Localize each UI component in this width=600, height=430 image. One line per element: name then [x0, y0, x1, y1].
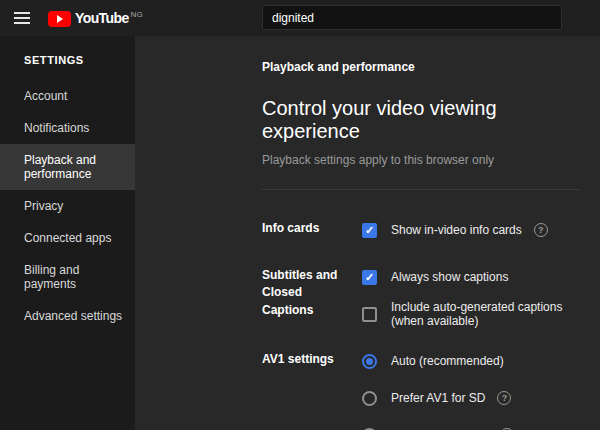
settings-section-av1-settings: AV1 settingsAuto (recommended)Prefer AV1…	[262, 351, 580, 430]
checkbox-row-always-show-captions[interactable]: ✓Always show captions	[362, 267, 580, 287]
control-label: Auto (recommended)	[391, 354, 504, 368]
category-title: Playback and performance	[262, 60, 580, 74]
checkbox-unchecked-icon[interactable]	[362, 307, 377, 322]
sidebar-item-playback-and-performance[interactable]: Playback and performance	[0, 144, 135, 190]
sidebar-title: SETTINGS	[0, 44, 135, 80]
control-label: Include auto-generated captions (when av…	[391, 300, 580, 328]
youtube-country-code: NG	[131, 10, 143, 20]
checkbox-checked-icon[interactable]: ✓	[362, 223, 377, 238]
sidebar: SETTINGS AccountNotificationsPlayback an…	[0, 36, 135, 430]
settings-sections: Info cards✓Show in-video info cards?Subt…	[262, 220, 580, 430]
checkbox-checked-icon[interactable]: ✓	[362, 270, 377, 285]
sidebar-item-privacy[interactable]: Privacy	[0, 190, 135, 222]
settings-section-subtitles-and-closed-captions: Subtitles and Closed Captions✓Always sho…	[262, 267, 580, 341]
help-icon[interactable]: ?	[497, 391, 511, 405]
topbar: YouTube NG	[0, 0, 600, 36]
sidebar-nav: AccountNotificationsPlayback and perform…	[0, 80, 135, 332]
menu-bar	[14, 22, 30, 24]
radio-row-always-prefer-av1[interactable]: Always prefer AV1?	[362, 425, 514, 430]
control-label: Always show captions	[391, 270, 508, 284]
menu-bar	[14, 17, 30, 19]
sidebar-item-connected-apps[interactable]: Connected apps	[0, 222, 135, 254]
page-layout: SETTINGS AccountNotificationsPlayback an…	[0, 36, 600, 430]
control-label: Show in-video info cards	[391, 223, 522, 237]
section-controls: ✓Show in-video info cards?	[362, 220, 548, 257]
youtube-play-icon	[48, 11, 71, 27]
menu-icon[interactable]	[14, 12, 30, 24]
radio-row-prefer-av1-for-sd[interactable]: Prefer AV1 for SD?	[362, 388, 514, 408]
radio-row-auto-recommended[interactable]: Auto (recommended)	[362, 351, 514, 371]
settings-section-info-cards: Info cards✓Show in-video info cards?	[262, 220, 580, 257]
youtube-logo[interactable]: YouTube NG	[48, 10, 143, 27]
search-input[interactable]	[262, 5, 562, 30]
sidebar-item-advanced-settings[interactable]: Advanced settings	[0, 300, 135, 332]
sidebar-item-billing-and-payments[interactable]: Billing and payments	[0, 254, 135, 300]
sidebar-item-notifications[interactable]: Notifications	[0, 112, 135, 144]
section-label: Subtitles and Closed Captions	[262, 267, 362, 341]
radio-checked-icon[interactable]	[362, 354, 377, 369]
settings-content: Playback and performance Control your vi…	[135, 36, 600, 430]
section-controls: Auto (recommended)Prefer AV1 for SD?Alwa…	[362, 351, 514, 430]
page-subtitle: Playback settings apply to this browser …	[262, 153, 580, 167]
control-label: Prefer AV1 for SD	[391, 391, 485, 405]
sidebar-item-account[interactable]: Account	[0, 80, 135, 112]
help-icon[interactable]: ?	[534, 223, 548, 237]
radio-dot	[366, 358, 373, 365]
search-box	[262, 5, 562, 30]
section-label: Info cards	[262, 220, 362, 257]
menu-bar	[14, 12, 30, 14]
page-title: Control your video viewing experience	[262, 97, 580, 143]
checkbox-row-show-in-video-info-cards[interactable]: ✓Show in-video info cards?	[362, 220, 548, 240]
section-controls: ✓Always show captionsInclude auto-genera…	[362, 267, 580, 341]
checkbox-row-include-auto-generated-captions-when-available[interactable]: Include auto-generated captions (when av…	[362, 304, 580, 324]
section-label: AV1 settings	[262, 351, 362, 430]
youtube-logo-text: YouTube	[75, 10, 129, 27]
divider	[262, 189, 580, 190]
radio-unchecked-icon[interactable]	[362, 391, 377, 406]
